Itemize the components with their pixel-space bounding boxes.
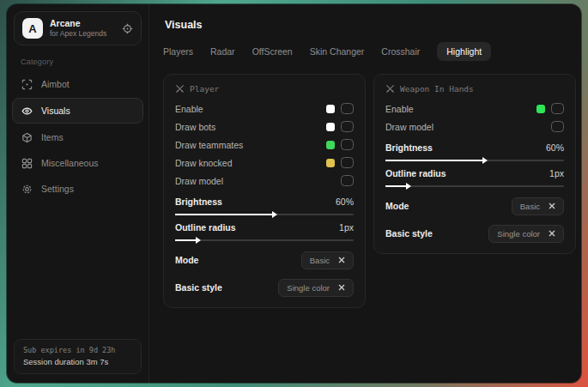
checkbox[interactable] bbox=[551, 121, 564, 132]
sidebar-nav: Aimbot Visuals Items bbox=[7, 72, 149, 201]
mode-tag[interactable]: Basic bbox=[301, 251, 354, 269]
checkbox[interactable] bbox=[341, 157, 354, 168]
slider-value: 1px bbox=[549, 168, 564, 178]
slider-thumb[interactable] bbox=[196, 237, 201, 244]
app-title: Arcane bbox=[50, 18, 115, 29]
sidebar-item-visuals[interactable]: Visuals bbox=[12, 98, 143, 124]
checkbox[interactable] bbox=[341, 139, 354, 150]
color-swatch[interactable] bbox=[326, 141, 335, 149]
close-icon[interactable] bbox=[549, 230, 555, 237]
toggle-label: Draw teammates bbox=[175, 140, 243, 150]
slider-label: Brightness bbox=[385, 142, 433, 153]
checkbox[interactable] bbox=[341, 103, 354, 114]
outline-radius-slider-row: Outline radius 1px bbox=[385, 168, 564, 187]
basic-style-tag[interactable]: Single color bbox=[488, 225, 564, 243]
crossed-swords-icon bbox=[385, 84, 395, 94]
close-icon[interactable] bbox=[338, 284, 345, 291]
grid-icon bbox=[21, 158, 33, 169]
slider[interactable] bbox=[385, 185, 564, 187]
mode-tag-row: Mode Basic bbox=[385, 197, 564, 215]
toggle-label: Draw knocked bbox=[175, 158, 233, 168]
sidebar-item-items[interactable]: Items bbox=[12, 125, 143, 149]
checkbox[interactable] bbox=[341, 175, 354, 186]
slider-label: Outline radius bbox=[385, 168, 446, 178]
close-icon[interactable] bbox=[549, 203, 555, 209]
tab-crosshair[interactable]: Crosshair bbox=[381, 46, 420, 57]
close-icon[interactable] bbox=[338, 257, 345, 263]
tab-skin-changer[interactable]: Skin Changer bbox=[310, 46, 365, 57]
sub-expires-text: Sub expires in 9d 23h bbox=[23, 346, 132, 354]
toggle-row-draw-knocked: Draw knocked bbox=[175, 154, 354, 172]
toggle-row-draw-teammates: Draw teammates bbox=[175, 136, 354, 154]
tab-highlight[interactable]: Highlight bbox=[437, 42, 491, 61]
outline-radius-slider-row: Outline radius 1px bbox=[175, 222, 354, 241]
app-window: A Arcane for Apex Legends Category bbox=[7, 4, 581, 383]
tag-label: Mode bbox=[385, 201, 409, 211]
sidebar-item-label: Settings bbox=[41, 184, 74, 194]
slider[interactable] bbox=[385, 160, 564, 161]
toggle-label: Draw model bbox=[175, 176, 223, 186]
sidebar-item-miscellaneous[interactable]: Miscellaneous bbox=[12, 151, 143, 175]
color-swatch[interactable] bbox=[326, 159, 335, 167]
crosshair-icon bbox=[21, 79, 33, 90]
basic-style-tag[interactable]: Single color bbox=[278, 279, 354, 297]
toggle-row-draw-model: Draw model bbox=[175, 172, 354, 190]
app-header-card: A Arcane for Apex Legends bbox=[14, 11, 142, 45]
toggle-row-enable: Enable bbox=[385, 100, 564, 118]
brightness-slider-row: Brightness 60% bbox=[175, 197, 354, 215]
slider-value: 60% bbox=[336, 197, 354, 207]
mode-tag[interactable]: Basic bbox=[512, 197, 564, 215]
tag-label: Basic style bbox=[385, 228, 433, 239]
tag-label: Mode bbox=[175, 255, 198, 265]
checkbox[interactable] bbox=[551, 103, 564, 114]
slider[interactable] bbox=[175, 214, 354, 215]
slider-value: 60% bbox=[546, 142, 564, 153]
page-title: Visuals bbox=[165, 19, 576, 31]
color-swatch[interactable] bbox=[326, 123, 335, 131]
weapon-in-hands-panel: Weapon In Hands Enable Draw model bbox=[373, 74, 576, 254]
toggle-label: Enable bbox=[175, 104, 203, 114]
sidebar-item-label: Miscellaneous bbox=[41, 158, 99, 168]
app-subtitle: for Apex Legends bbox=[50, 29, 115, 39]
toggle-label: Draw model bbox=[385, 122, 433, 132]
tag-label: Basic style bbox=[175, 282, 222, 293]
toggle-row-draw-model: Draw model bbox=[385, 118, 564, 136]
gear-icon bbox=[21, 184, 33, 195]
tab-radar[interactable]: Radar bbox=[210, 46, 235, 57]
player-panel: Player Enable Draw bots bbox=[163, 74, 366, 308]
subscription-card: Sub expires in 9d 23h Session duration 3… bbox=[14, 339, 142, 374]
slider-thumb[interactable] bbox=[482, 157, 488, 164]
checkbox[interactable] bbox=[341, 121, 354, 132]
panels-row: Player Enable Draw bots bbox=[163, 74, 576, 308]
target-icon[interactable] bbox=[122, 23, 133, 34]
slider-thumb[interactable] bbox=[406, 183, 411, 190]
toggle-row-enable: Enable bbox=[175, 100, 354, 118]
sidebar-item-settings[interactable]: Settings bbox=[12, 177, 143, 201]
slider-label: Brightness bbox=[175, 197, 222, 207]
color-swatch[interactable] bbox=[536, 105, 545, 113]
slider-label: Outline radius bbox=[175, 222, 236, 233]
tab-offscreen[interactable]: OffScreen bbox=[252, 46, 293, 57]
player-panel-title: Player bbox=[175, 84, 354, 94]
toggle-label: Enable bbox=[385, 104, 414, 114]
tab-players[interactable]: Players bbox=[163, 46, 193, 57]
sidebar: A Arcane for Apex Legends Category bbox=[7, 4, 149, 383]
color-swatch[interactable] bbox=[326, 105, 335, 113]
eye-icon bbox=[21, 106, 33, 117]
sidebar-item-label: Items bbox=[41, 132, 64, 142]
slider[interactable] bbox=[175, 239, 354, 241]
app-logo: A bbox=[22, 18, 43, 39]
crossed-swords-icon bbox=[175, 84, 185, 94]
session-duration-text: Session duration 3m 7s bbox=[23, 357, 132, 366]
tab-bar: Players Radar OffScreen Skin Changer Cro… bbox=[163, 42, 576, 61]
basic-style-tag-row: Basic style Single color bbox=[175, 279, 354, 296]
slider-thumb[interactable] bbox=[272, 211, 277, 218]
toggle-label: Draw bots bbox=[175, 122, 215, 132]
sidebar-item-aimbot[interactable]: Aimbot bbox=[12, 72, 143, 96]
sidebar-item-label: Visuals bbox=[41, 106, 70, 116]
sidebar-item-label: Aimbot bbox=[41, 79, 70, 89]
category-label: Category bbox=[21, 57, 149, 66]
main-content: Visuals Players Radar OffScreen Skin Cha… bbox=[149, 4, 581, 383]
basic-style-tag-row: Basic style Single color bbox=[385, 225, 564, 242]
slider-value: 1px bbox=[339, 222, 354, 233]
